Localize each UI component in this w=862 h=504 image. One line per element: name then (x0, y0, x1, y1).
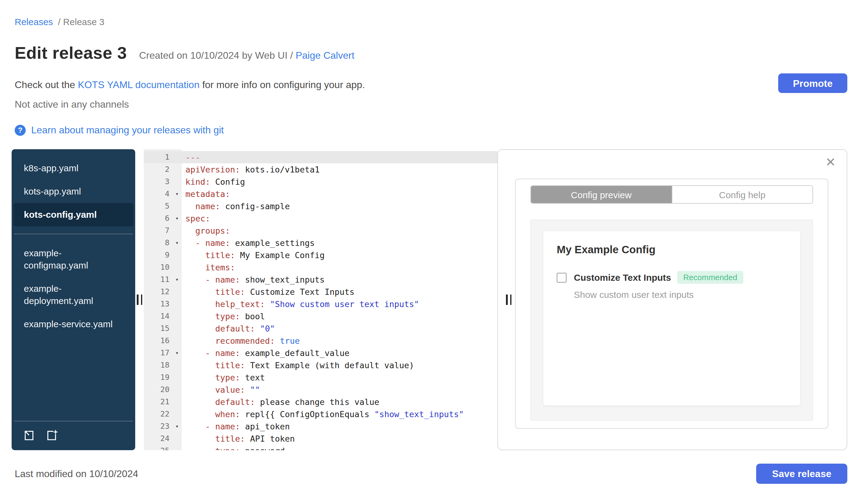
gutter-cell: 8▾ (144, 237, 182, 249)
code-editor[interactable]: 1---2apiVersion: kots.io/v1beta13kind: C… (144, 149, 497, 450)
preview-content-panel: My Example Config Customize Text Inputs … (531, 220, 813, 421)
code-line-23[interactable]: 23▾ - name: api_token (144, 420, 497, 433)
code-line-8[interactable]: 8▾ - name: example_settings (144, 237, 497, 249)
page-footer: Last modified on 10/10/2024 Save release (15, 464, 847, 484)
code-line-22[interactable]: 22 when: repl{{ ConfigOptionEquals "show… (144, 408, 497, 420)
code-text: - name: example_settings (182, 237, 315, 249)
code-text: default: please change this value (182, 396, 379, 408)
tab-config-preview[interactable]: Config preview (531, 186, 671, 203)
code-line-21[interactable]: 21 default: please change this value (144, 396, 497, 408)
gutter-cell: 23▾ (144, 420, 182, 433)
code-line-13[interactable]: 13 help_text: "Show custom user text inp… (144, 298, 497, 310)
line-number: 5 (165, 201, 169, 210)
tab-config-help[interactable]: Config help (671, 186, 812, 203)
git-releases-link[interactable]: Learn about managing your releases with … (31, 125, 224, 136)
line-number: 12 (160, 287, 169, 296)
config-group-title: My Example Config (557, 243, 787, 256)
breadcrumb-separator: / (58, 16, 60, 27)
sidebar-file-example-service.yaml[interactable]: example-service.yaml (12, 313, 135, 336)
config-item-label: Customize Text Inputs (574, 272, 671, 282)
code-line-24[interactable]: 24 title: API token (144, 433, 497, 445)
config-item-help-text: Show custom user text inputs (574, 289, 787, 300)
code-text: - name: api_token (182, 420, 290, 433)
code-line-20[interactable]: 20 value: "" (144, 384, 497, 396)
code-line-14[interactable]: 14 type: bool (144, 310, 497, 322)
sidebar-file-kots-config.yaml[interactable]: kots-config.yaml (13, 203, 133, 226)
kots-yaml-docs-link[interactable]: KOTS YAML documentation (78, 80, 199, 90)
code-line-4[interactable]: 4▾metadata: (144, 188, 497, 200)
code-line-2[interactable]: 2apiVersion: kots.io/v1beta1 (144, 163, 497, 175)
line-number: 3 (165, 177, 169, 186)
channel-status: Not active in any channels (0, 99, 862, 110)
sidebar-file-example-configmap.yaml[interactable]: example-configmap.yaml (12, 242, 135, 277)
line-number: 20 (160, 385, 169, 394)
preview-resize-handle[interactable] (506, 294, 511, 305)
line-number: 14 (160, 311, 169, 320)
code-text: when: repl{{ ConfigOptionEquals "show_te… (182, 408, 464, 420)
line-number: 17 (160, 348, 169, 357)
code-line-11[interactable]: 11▾ - name: show_text_inputs (144, 274, 497, 286)
gutter-cell: 6▾ (144, 212, 182, 225)
save-release-button[interactable]: Save release (756, 464, 847, 484)
fold-toggle-icon[interactable]: ▾ (175, 188, 179, 200)
preview-tabs: Config previewConfig help (531, 185, 813, 204)
fold-toggle-icon[interactable]: ▾ (175, 347, 179, 359)
code-text: value: "" (182, 384, 260, 396)
fold-toggle-icon[interactable]: ▾ (175, 212, 179, 225)
gutter-cell: 4▾ (144, 188, 182, 200)
code-line-19[interactable]: 19 type: text (144, 371, 497, 384)
breadcrumb-releases-link[interactable]: Releases (15, 16, 53, 27)
code-line-17[interactable]: 17▾ - name: example_default_value (144, 347, 497, 359)
code-line-9[interactable]: 9 title: My Example Config (144, 249, 497, 261)
sidebar-resize-handle[interactable] (137, 294, 142, 305)
code-line-10[interactable]: 10 items: (144, 261, 497, 274)
code-line-18[interactable]: 18 title: Text Example (with default val… (144, 359, 497, 371)
customize-text-inputs-checkbox[interactable] (557, 273, 566, 282)
line-number: 10 (160, 262, 169, 271)
docs-suffix: for more info on configuring your app. (202, 80, 365, 90)
sidebar-footer (12, 421, 135, 450)
code-line-3[interactable]: 3kind: Config (144, 175, 497, 188)
gutter-cell: 19 (144, 371, 182, 384)
code-line-5[interactable]: 5 name: config-sample (144, 200, 497, 212)
gutter-cell: 15 (144, 322, 182, 334)
created-info: Created on 10/10/2024 by Web UI / Paige … (139, 50, 354, 61)
docs-line: Check out the KOTS YAML documentation fo… (0, 80, 862, 91)
code-line-12[interactable]: 12 title: Customize Text Inputs (144, 286, 497, 298)
code-text: items: (182, 261, 235, 274)
code-text: help_text: "Show custom user text inputs… (182, 298, 419, 310)
code-text: metadata: (182, 188, 230, 200)
close-preview-icon[interactable]: ✕ (825, 156, 836, 168)
fold-toggle-icon[interactable]: ▾ (175, 420, 179, 433)
breadcrumb-current: Release 3 (63, 16, 104, 27)
line-number: 18 (160, 360, 169, 369)
gutter-cell: 16 (144, 334, 182, 347)
gutter-cell: 17▾ (144, 347, 182, 359)
fold-toggle-icon[interactable]: ▾ (175, 237, 179, 249)
created-text: Created on 10/10/2024 by Web UI / (139, 50, 293, 61)
code-line-15[interactable]: 15 default: "0" (144, 322, 497, 334)
promote-button[interactable]: Promote (778, 74, 847, 93)
upload-file-icon[interactable] (23, 429, 36, 442)
line-number: 11 (160, 275, 169, 284)
code-line-25[interactable]: 25 type: password (144, 445, 497, 450)
sidebar-file-k8s-app.yaml[interactable]: k8s-app.yaml (12, 157, 135, 180)
code-text: name: config-sample (182, 200, 290, 212)
code-line-1[interactable]: 1--- (144, 151, 497, 163)
sidebar-file-kots-app.yaml[interactable]: kots-app.yaml (12, 180, 135, 203)
gutter-cell: 9 (144, 249, 182, 261)
new-file-icon[interactable] (45, 429, 58, 442)
author-link[interactable]: Paige Calvert (296, 50, 354, 61)
sidebar-footer-icons (12, 422, 135, 450)
sidebar-file-example-deployment.yaml[interactable]: example-deployment.yaml (12, 277, 135, 313)
line-number: 21 (160, 397, 169, 406)
fold-toggle-icon[interactable]: ▾ (175, 274, 179, 286)
gutter-cell: 13 (144, 298, 182, 310)
code-line-7[interactable]: 7 groups: (144, 225, 497, 237)
code-line-6[interactable]: 6▾spec: (144, 212, 497, 225)
line-number: 8 (165, 238, 169, 247)
gutter-cell: 24 (144, 433, 182, 445)
code-line-16[interactable]: 16 recommended: true (144, 334, 497, 347)
code-text: type: bool (182, 310, 265, 322)
gutter-cell: 25 (144, 445, 182, 450)
